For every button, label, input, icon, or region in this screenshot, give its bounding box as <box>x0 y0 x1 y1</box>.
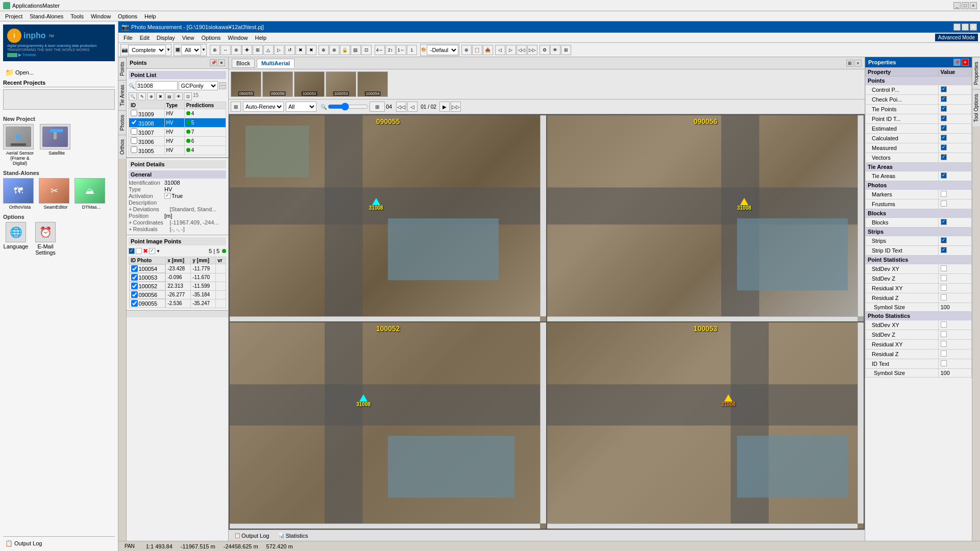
side-tab-orthos[interactable]: Orthos <box>118 135 126 159</box>
side-tab-points[interactable]: Points <box>118 57 126 80</box>
prop-item-checkbox[interactable] <box>938 95 972 105</box>
toolbar-btn-16[interactable]: 4↔ <box>375 45 385 55</box>
inner-menu-file[interactable]: File <box>120 34 136 41</box>
h-scroll-100052[interactable] <box>230 523 540 529</box>
image-cell-100053[interactable]: 100053 31008 <box>547 322 864 529</box>
h-scroll-100053[interactable] <box>547 523 857 529</box>
point-checkbox[interactable] <box>131 119 137 126</box>
inner-maximize-btn[interactable]: □ <box>962 23 969 31</box>
pip-table-row[interactable]: 090055 -2.536 -35.247 <box>129 299 226 308</box>
coordinates-row[interactable]: + Coordinates [-11967.409, -244... <box>129 219 226 226</box>
toolbar-btn-15[interactable]: ⊡ <box>361 45 372 55</box>
inner-menu-options[interactable]: Options <box>198 34 224 41</box>
prop-item-checkbox[interactable] <box>938 171 972 181</box>
inner-menu-view[interactable]: View <box>179 34 198 41</box>
statistics-btn[interactable]: 📊 Statistics <box>276 532 310 540</box>
pip-row-checkbox[interactable] <box>131 300 138 307</box>
pip-table-row[interactable]: 100053 -0.096 -11.670 <box>129 273 226 282</box>
inner-close-btn[interactable]: × <box>970 23 977 31</box>
ctrl-btn-1[interactable]: ⊞ <box>231 102 241 112</box>
prop-item-checkbox[interactable] <box>938 359 972 369</box>
zoom-btn[interactable]: ⊞ <box>370 102 385 112</box>
pip-uncheck[interactable] <box>136 248 142 254</box>
tab-block[interactable]: Block <box>232 59 255 68</box>
toolbar-btn-10[interactable]: ✖ <box>306 45 316 55</box>
prop-item-checkbox[interactable] <box>938 293 972 303</box>
pt-btn-5[interactable]: ▤ <box>165 92 174 101</box>
toolbar-btn-11[interactable]: ⊕ <box>318 45 329 55</box>
pip-check-all[interactable] <box>129 248 135 254</box>
menu-options[interactable]: Options <box>115 13 140 20</box>
point-table-row[interactable]: 31008 HV 5 <box>129 118 226 128</box>
prop-side-tab-tool-options[interactable]: Tool Options <box>972 89 980 127</box>
toolbar-btn-1[interactable]: ⊕ <box>210 45 220 55</box>
inner-minimize-btn[interactable]: _ <box>953 23 961 31</box>
point-table-row[interactable]: 31009 HV 4 <box>129 109 226 118</box>
toolbar-btn-21[interactable]: 📋 <box>472 45 482 55</box>
pip-row-checkbox[interactable] <box>131 265 138 272</box>
inner-menu-edit[interactable]: Edit <box>137 34 153 41</box>
pip-row-checkbox[interactable] <box>131 283 138 289</box>
pt-btn-2[interactable]: ✎ <box>138 92 146 101</box>
pip-table-row[interactable]: 090056 -26.277 -35.184 <box>129 290 226 299</box>
toolbar-btn-6[interactable]: △ <box>263 45 274 55</box>
prop-close-btn[interactable]: × <box>962 59 969 66</box>
prop-item-checkbox[interactable] <box>938 105 972 114</box>
orthovista-icon[interactable]: 🗺 OrthoVista <box>3 178 37 210</box>
prop-item-checkbox[interactable] <box>938 85 972 95</box>
pt-btn-6[interactable]: 👁 <box>175 92 183 101</box>
toolbar-btn-8[interactable]: ↺ <box>285 45 295 55</box>
prop-item-checkbox[interactable] <box>938 330 972 340</box>
image-cell-090056[interactable]: 090056 31008 <box>547 115 864 321</box>
v-scroll-090055[interactable] <box>540 115 546 316</box>
toolbar-btn-13[interactable]: 🔒 <box>340 45 350 55</box>
prop-item-checkbox[interactable] <box>938 114 972 124</box>
pip-verify-btn[interactable] <box>149 248 155 254</box>
prop-pin-btn[interactable]: 📌 <box>953 59 961 66</box>
residuals-row[interactable]: + Residuals [-, -, -] <box>129 226 226 232</box>
prop-item-checkbox[interactable] <box>938 134 972 143</box>
v-scroll-100052[interactable] <box>540 322 546 523</box>
nav-prev-btn[interactable]: ◁◁ <box>396 102 406 112</box>
toolbar-btn-23[interactable]: ◁ <box>495 45 505 55</box>
pip-delete-btn[interactable]: ✖ <box>143 247 148 255</box>
prop-item-checkbox[interactable] <box>938 218 972 228</box>
thumb-090055[interactable]: 090055 <box>231 71 261 97</box>
toolbar-btn-27[interactable]: ⚙ <box>540 45 550 55</box>
image-area-close-btn[interactable]: × <box>854 60 862 67</box>
prop-item-checkbox[interactable] <box>938 349 972 359</box>
output-log-btn[interactable]: 📋 Output Log <box>232 532 272 540</box>
image-cell-100052[interactable]: 100052 31008 <box>230 322 546 529</box>
h-scroll-090055[interactable] <box>230 316 540 321</box>
seameditor-icon[interactable]: ✂ SeamEditor <box>39 178 72 210</box>
point-checkbox[interactable] <box>131 146 137 153</box>
inner-menu-help[interactable]: Help <box>252 34 270 41</box>
minimize-btn[interactable]: _ <box>953 2 961 9</box>
menu-window[interactable]: Window <box>88 13 114 20</box>
toolbar-btn-28[interactable]: 👁 <box>550 45 560 55</box>
point-checkbox[interactable] <box>131 128 137 135</box>
prop-item-checkbox[interactable] <box>938 340 972 349</box>
toolbar-btn-22[interactable]: 📤 <box>483 45 493 55</box>
thumb-100054[interactable]: 100054 <box>357 71 388 97</box>
point-table-row[interactable]: 31006 HV 6 <box>129 137 226 146</box>
pip-table-row[interactable]: 100052 22.313 -11.599 <box>129 282 226 290</box>
menu-help[interactable]: Help <box>141 13 159 20</box>
deviations-row[interactable]: + Deviations [Standard, Stand... <box>129 206 226 212</box>
prop-item-checkbox[interactable] <box>938 153 972 163</box>
prop-item-checkbox[interactable] <box>938 264 972 274</box>
default-select[interactable]: -Defaul <box>427 45 458 55</box>
v-scroll-100053[interactable] <box>857 322 864 523</box>
h-scroll-090056[interactable] <box>547 316 857 321</box>
open-btn[interactable]: 📁 Open... <box>3 67 115 78</box>
pip-table-row[interactable]: 100054 -23.428 -11.779 <box>129 264 226 273</box>
satellite-icon[interactable]: Satellite <box>40 124 74 166</box>
points-scroll-h[interactable] <box>127 310 228 317</box>
prop-item-checkbox[interactable] <box>938 236 972 246</box>
prop-item-checkbox[interactable] <box>938 274 972 284</box>
image-area-expand-btn[interactable]: ⊞ <box>846 60 853 67</box>
pt-btn-3[interactable]: ⊕ <box>147 92 155 101</box>
points-panel-close-btn[interactable]: × <box>218 59 225 66</box>
point-table-row[interactable]: 31007 HV 7 <box>129 128 226 137</box>
toolbar-btn-18[interactable]: 1↔ <box>396 45 406 55</box>
